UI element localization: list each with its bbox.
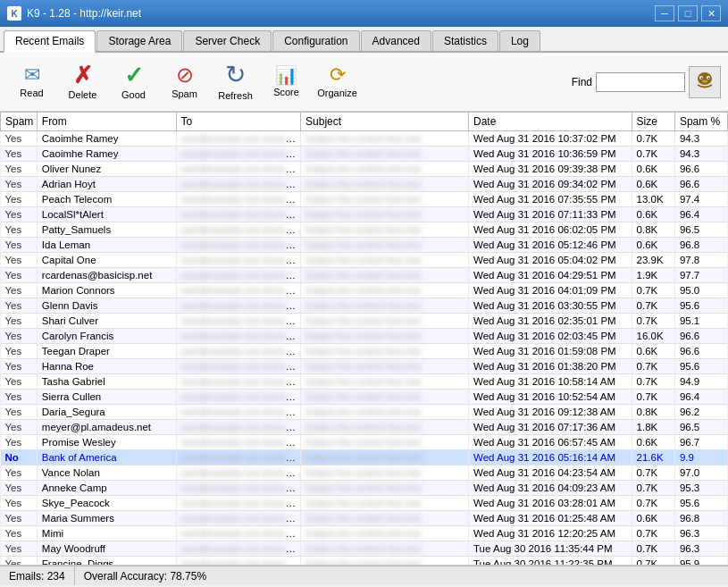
cell-date: Wed Aug 31 2016 10:37:02 PM <box>469 131 632 147</box>
good-button[interactable]: ✓ Good <box>109 57 158 106</box>
table-row[interactable]: YesCarolyn Francisuser@example.com domai… <box>1 329 728 344</box>
cell-from: Ida Leman <box>37 238 176 253</box>
cell-subject: Subject line content here text <box>301 420 469 435</box>
col-header-spam[interactable]: Spam <box>1 113 38 131</box>
cell-date: Wed Aug 31 2016 09:12:38 AM <box>469 405 632 420</box>
cell-spam: Yes <box>1 405 38 420</box>
cell-spampct: 94.3 <box>674 131 727 147</box>
table-row[interactable]: YesPatty_Samuelsuser@example.com domain … <box>1 222 728 238</box>
cell-size: 1.9K <box>632 268 674 283</box>
table-row[interactable]: YesSkye_Peacockuser@example.com domain i… <box>1 496 728 511</box>
cell-subject: Subject line content here text <box>301 147 469 162</box>
tab-bar: Recent Emails Storage Area Server Check … <box>0 27 728 53</box>
cell-from: Capital One <box>37 253 176 268</box>
table-row[interactable]: YesIda Lemanuser@example.com domain info… <box>1 238 728 253</box>
cell-to: user@example.com domain info <box>176 268 301 283</box>
cell-subject: Subject line content here text <box>301 298 469 314</box>
table-row[interactable]: YesFrancine_Diggsuser@example.com domain… <box>1 557 728 566</box>
table-row[interactable]: YesCaoimhe Rameyuser@example.com domain … <box>1 131 728 147</box>
table-row[interactable]: YesDaria_Segurauser@example.com domain i… <box>1 405 728 420</box>
table-row[interactable]: YesCapital Oneuser@example.com domain in… <box>1 253 728 268</box>
cell-subject: Subject line content here text <box>301 177 469 192</box>
table-row[interactable]: YesMimiuser@example.com domain infoSubje… <box>1 526 728 541</box>
minimize-button[interactable]: ─ <box>655 5 674 21</box>
table-row[interactable]: YesMaria Summersuser@example.com domain … <box>1 511 728 526</box>
tab-storage-area[interactable]: Storage Area <box>96 30 182 51</box>
cell-spam: Yes <box>1 253 38 268</box>
cell-spam: Yes <box>1 390 38 405</box>
cell-spam: Yes <box>1 420 38 435</box>
delete-button[interactable]: ✗ Delete <box>58 57 107 106</box>
cell-date: Wed Aug 31 2016 02:35:01 PM <box>469 314 632 329</box>
table-row[interactable]: YesSierra Cullenuser@example.com domain … <box>1 390 728 405</box>
table-row[interactable]: YesOliver Nunezuser@example.com domain i… <box>1 162 728 177</box>
col-header-spampct[interactable]: Spam % <box>674 113 727 131</box>
email-table-container[interactable]: Spam From To Subject Date Size Spam % Ye… <box>0 112 728 566</box>
table-row[interactable]: YesPeach Telecomuser@example.com domain … <box>1 192 728 207</box>
score-button[interactable]: 📊 Score <box>262 57 311 106</box>
cell-size: 0.6K <box>632 238 674 253</box>
cell-date: Wed Aug 31 2016 06:57:45 AM <box>469 435 632 450</box>
cell-to: user@example.com domain info <box>176 359 301 374</box>
tab-recent-emails[interactable]: Recent Emails <box>4 30 96 53</box>
table-row[interactable]: YesShari Culveruser@example.com domain i… <box>1 314 728 329</box>
cell-date: Wed Aug 31 2016 03:30:55 PM <box>469 298 632 314</box>
table-row[interactable]: YesHanna Roeuser@example.com domain info… <box>1 359 728 374</box>
cell-spam: Yes <box>1 526 38 541</box>
table-row[interactable]: YesAdrian Hoytuser@example.com domain in… <box>1 177 728 192</box>
cell-size: 0.7K <box>632 283 674 298</box>
table-row[interactable]: YesTasha Gabrieluser@example.com domain … <box>1 374 728 390</box>
cell-to: user@example.com domain info <box>176 131 301 147</box>
find-area: Find <box>572 66 721 98</box>
find-input[interactable] <box>596 72 685 92</box>
delete-icon: ✗ <box>73 63 93 87</box>
table-row[interactable]: YesMarion Connorsuser@example.com domain… <box>1 283 728 298</box>
cell-spampct: 96.7 <box>674 435 727 450</box>
cell-subject: Subject line content here text <box>301 465 469 481</box>
cell-from: LocalSl*tAlert <box>37 207 176 222</box>
table-row[interactable]: Yesmeyer@pl.amadeus.netuser@example.com … <box>1 420 728 435</box>
tab-configuration[interactable]: Configuration <box>272 30 359 51</box>
col-header-date[interactable]: Date <box>469 113 632 131</box>
tab-advanced[interactable]: Advanced <box>361 30 431 51</box>
cell-to: user@example.com domain info <box>176 405 301 420</box>
spam-label: Spam <box>172 88 197 99</box>
table-row[interactable]: YesMay Woodruffuser@example.com domain i… <box>1 541 728 557</box>
cell-to: user@example.com domain info <box>176 253 301 268</box>
table-row[interactable]: YesGlenn Davisuser@example.com domain in… <box>1 298 728 314</box>
table-row[interactable]: NoBank of Americauser@example.com domain… <box>1 450 728 465</box>
close-button[interactable]: ✕ <box>701 5 721 21</box>
cell-spam: Yes <box>1 207 38 222</box>
table-row[interactable]: Yesrcardenas@basicisp.netuser@example.co… <box>1 268 728 283</box>
cell-size: 23.9K <box>632 253 674 268</box>
cell-spam: Yes <box>1 298 38 314</box>
read-button[interactable]: ✉ Read <box>7 57 56 106</box>
email-table-body: YesCaoimhe Rameyuser@example.com domain … <box>1 131 728 566</box>
cell-spam: Yes <box>1 314 38 329</box>
tab-server-check[interactable]: Server Check <box>183 30 272 51</box>
maximize-button[interactable]: □ <box>678 5 698 21</box>
cell-from: Peach Telecom <box>37 192 176 207</box>
table-row[interactable]: YesLocalSl*tAlertuser@example.com domain… <box>1 207 728 222</box>
table-row[interactable]: YesCaoimhe Rameyuser@example.com domain … <box>1 147 728 162</box>
col-header-subject[interactable]: Subject <box>301 113 469 131</box>
tab-statistics[interactable]: Statistics <box>432 30 498 51</box>
cell-spam: Yes <box>1 162 38 177</box>
cell-size: 13.0K <box>632 192 674 207</box>
cell-date: Wed Aug 31 2016 04:23:54 AM <box>469 465 632 481</box>
cell-subject: Subject line content here text <box>301 435 469 450</box>
tab-log[interactable]: Log <box>499 30 540 51</box>
cell-spampct: 95.3 <box>674 481 727 496</box>
col-header-to[interactable]: To <box>176 113 301 131</box>
organize-button[interactable]: ⟳ Organize <box>313 57 362 106</box>
table-row[interactable]: YesTeegan Draperuser@example.com domain … <box>1 344 728 359</box>
refresh-button[interactable]: ↻ Refresh <box>211 57 260 106</box>
table-row[interactable]: YesAnneke Campuser@example.com domain in… <box>1 481 728 496</box>
cell-date: Wed Aug 31 2016 07:17:36 AM <box>469 420 632 435</box>
table-row[interactable]: YesVance Nolanuser@example.com domain in… <box>1 465 728 481</box>
spam-button[interactable]: ⊘ Spam <box>160 57 209 106</box>
col-header-from[interactable]: From <box>37 113 176 131</box>
cell-date: Wed Aug 31 2016 01:25:48 AM <box>469 511 632 526</box>
col-header-size[interactable]: Size <box>632 113 674 131</box>
table-row[interactable]: YesPromise Wesleyuser@example.com domain… <box>1 435 728 450</box>
